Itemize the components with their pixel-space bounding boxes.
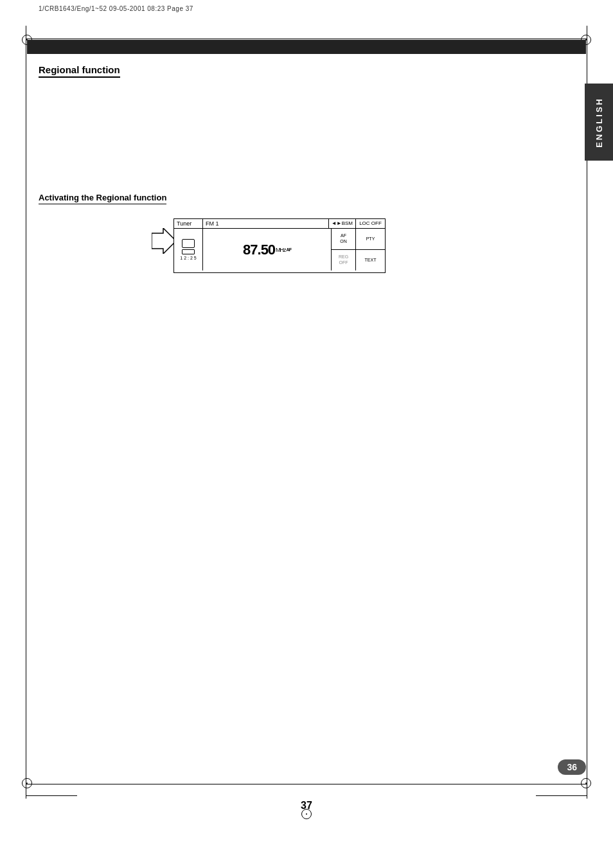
- display-left: 1 2 : 2 5: [174, 229, 203, 270]
- page-number-badge: 36: [558, 759, 586, 775]
- text-panel: TEXT: [356, 250, 385, 271]
- pty-panel: PTY: [356, 229, 385, 249]
- frequency-value: 87.50: [243, 242, 275, 258]
- af-on-panel: AF ON: [332, 229, 356, 249]
- border-bottom: [26, 784, 587, 784]
- display-knob2-icon: [182, 249, 195, 254]
- display-body: 1 2 : 2 5 87.50MHzAF AF ON: [174, 229, 385, 270]
- text-label: TEXT: [365, 258, 377, 262]
- display-knob-icon: [182, 239, 195, 248]
- bsm-label: ◄►BSM: [328, 219, 356, 228]
- bottom-hline-left: [26, 795, 77, 796]
- crosshair-bottom-left: [21, 777, 33, 790]
- svg-marker-0: [152, 228, 176, 254]
- subsection-title: Activating the Regional function: [39, 193, 166, 204]
- crosshair-bottom-right: [580, 777, 592, 790]
- section-title: Regional function: [39, 64, 120, 78]
- loc-off-label: LOC OFF: [356, 219, 385, 228]
- bottom-hline-right: [536, 795, 587, 796]
- border-left: [26, 39, 26, 784]
- af-on-stacked: AF ON: [340, 233, 347, 244]
- pty-label: PTY: [366, 236, 375, 241]
- af-on-bottom: ON: [340, 239, 347, 244]
- display-right-bottom-row: REG OFF TEXT: [332, 250, 385, 271]
- reg-off-panel: REG OFF: [332, 250, 356, 271]
- frequency-display: 87.50MHzAF: [203, 229, 331, 270]
- tuner-display: Tuner FM 1 ◄►BSM LOC OFF 1 2 : 2 5 87.50…: [173, 218, 386, 273]
- fm-label: FM 1: [203, 219, 328, 228]
- reg-off-bottom: OFF: [339, 260, 348, 265]
- af-on-top: AF: [341, 233, 346, 238]
- reg-off-stacked: REG OFF: [339, 254, 348, 265]
- header-bar: [27, 40, 586, 54]
- display-right-top-row: AF ON PTY: [332, 229, 385, 250]
- english-tab-text: ENGLISH: [594, 97, 604, 148]
- tuner-display-area: Tuner FM 1 ◄►BSM LOC OFF 1 2 : 2 5 87.50…: [173, 218, 386, 273]
- freq-unit: MHz: [276, 247, 286, 253]
- display-header-row: Tuner FM 1 ◄►BSM LOC OFF: [174, 219, 385, 229]
- english-tab: ENGLISH: [585, 84, 613, 161]
- page-container: 1/CRB1643/Eng/1~52 09-05-2001 08:23 Page…: [0, 0, 613, 868]
- display-numbers: 1 2 : 2 5: [180, 256, 196, 260]
- bottom-crosshair: [300, 808, 313, 820]
- af-label: AF: [287, 247, 291, 252]
- border-top: [26, 39, 587, 39]
- page-header: 1/CRB1643/Eng/1~52 09-05-2001 08:23 Page…: [39, 5, 193, 12]
- tuner-label: Tuner: [174, 219, 203, 228]
- display-right-panels: AF ON PTY REG OFF: [331, 229, 385, 270]
- reg-off-top: REG: [339, 254, 348, 260]
